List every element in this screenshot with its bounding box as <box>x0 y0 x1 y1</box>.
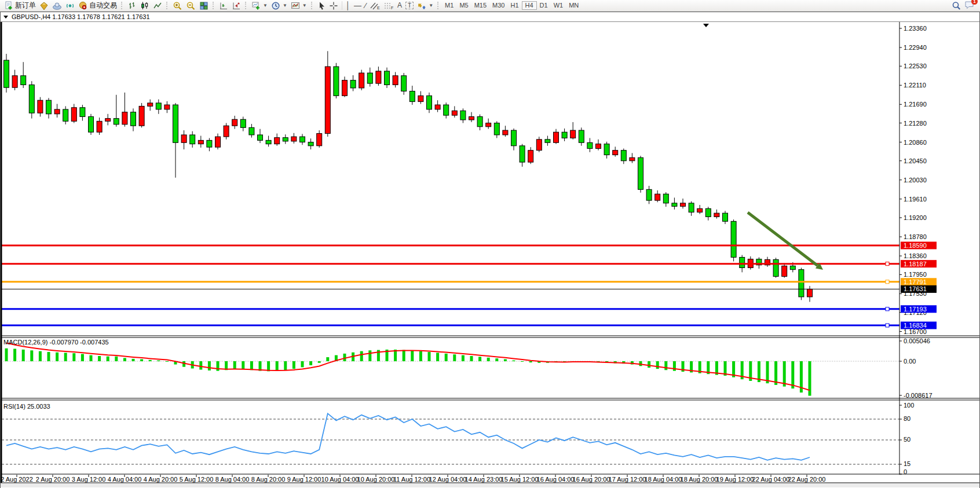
svg-text:1.17631: 1.17631 <box>904 285 927 292</box>
new-order-label: 新订单 <box>15 1 36 10</box>
auto-scroll-button[interactable] <box>230 1 243 10</box>
fibonacci-icon: F <box>383 1 394 10</box>
tab-m30[interactable]: M30 <box>489 1 507 10</box>
svg-text:1.22940: 1.22940 <box>904 44 927 51</box>
bars-chart-button[interactable] <box>126 1 138 10</box>
profile-icon <box>39 1 49 10</box>
svg-text:1.22530: 1.22530 <box>904 63 927 69</box>
chart-plot[interactable]: 1.233601.229401.225301.221101.216901.212… <box>1 22 979 487</box>
auto-trading-icon <box>78 1 87 10</box>
svg-text:2 Aug 2022: 2 Aug 2022 <box>1 476 33 483</box>
chevron-down-icon: ▼ <box>263 3 268 8</box>
svg-text:8 Aug 04:00: 8 Aug 04:00 <box>215 476 250 483</box>
svg-text:19 Aug 12:00: 19 Aug 12:00 <box>716 476 754 483</box>
svg-text:11 Aug 12:00: 11 Aug 12:00 <box>393 476 430 483</box>
auto-trading-button[interactable]: 自动交易 <box>76 1 119 10</box>
chart-window: GBPUSD-,H4 1.17633 1.17678 1.17621 1.176… <box>0 12 980 488</box>
window-menu-icon[interactable] <box>3 16 8 19</box>
arrow-shapes-dropdown[interactable]: ▼ <box>415 1 435 10</box>
chart-title: GBPUSD-,H4 1.17633 1.17678 1.17621 1.176… <box>12 13 150 20</box>
shift-chart-button[interactable] <box>217 1 230 10</box>
auto-trading-label: 自动交易 <box>89 1 117 10</box>
indicators-dropdown[interactable]: ▼ <box>289 1 309 10</box>
tab-mn[interactable]: MN <box>566 1 582 10</box>
arrow-shapes-icon <box>417 1 426 10</box>
tab-m15[interactable]: M15 <box>471 1 489 10</box>
svg-text:16 Aug 04:00: 16 Aug 04:00 <box>537 476 575 483</box>
tab-h1[interactable]: H1 <box>507 1 521 10</box>
svg-text:1.19610: 1.19610 <box>904 196 927 203</box>
svg-text:E: E <box>377 6 380 10</box>
svg-text:22 Aug 20:00: 22 Aug 20:00 <box>788 476 826 483</box>
line-chart-icon <box>153 1 162 10</box>
line-chart-button[interactable] <box>151 1 164 10</box>
svg-text:0.00: 0.00 <box>904 358 916 365</box>
svg-text:4 Aug 04:00: 4 Aug 04:00 <box>108 476 142 483</box>
text-label-button[interactable]: T <box>404 1 415 10</box>
chart-title-bar[interactable]: GBPUSD-,H4 1.17633 1.17678 1.17621 1.176… <box>1 12 979 22</box>
indicators-icon <box>291 1 300 10</box>
svg-text:10 Aug 04:00: 10 Aug 04:00 <box>321 476 359 483</box>
svg-text:4 Aug 20:00: 4 Aug 20:00 <box>144 476 178 483</box>
time-axis[interactable]: 2 Aug 20222 Aug 20:003 Aug 12:004 Aug 04… <box>1 475 825 483</box>
svg-text:0: 0 <box>904 468 907 475</box>
fibonacci-button[interactable]: F <box>382 1 396 10</box>
period-dropdown[interactable]: ▼ <box>269 1 289 10</box>
search-icon[interactable] <box>952 1 961 10</box>
signal-icon <box>65 1 75 10</box>
publish-cloud-icon <box>52 1 62 10</box>
tab-d1[interactable]: D1 <box>537 1 551 10</box>
toolbar-grip <box>166 2 169 9</box>
signal-button[interactable] <box>64 1 76 10</box>
toolbar-grip <box>245 2 247 9</box>
publish-button[interactable] <box>50 1 64 10</box>
toolbar-grip <box>311 2 313 9</box>
svg-text:14 Aug 23:00: 14 Aug 23:00 <box>465 476 503 483</box>
crosshair-icon <box>329 1 338 10</box>
chat-button[interactable]: 1 <box>964 1 974 11</box>
toolbar-grip <box>213 2 215 9</box>
vertical-line-button[interactable]: │ <box>344 1 352 10</box>
chevron-down-icon: ▼ <box>429 3 433 8</box>
new-order-icon <box>4 1 13 10</box>
toolbar-grip <box>121 2 123 9</box>
tab-m1[interactable]: M1 <box>442 1 456 10</box>
svg-text:1.19200: 1.19200 <box>904 214 927 221</box>
svg-text:F: F <box>391 6 393 10</box>
toolbar: 新订单 自动交易 ▼ ▼ <box>0 0 980 12</box>
tab-m5[interactable]: M5 <box>456 1 471 10</box>
toolbar-grip <box>437 2 440 9</box>
svg-text:5 Aug 12:00: 5 Aug 12:00 <box>180 476 214 483</box>
text-label-icon: T <box>405 2 414 9</box>
hline-handle[interactable] <box>886 324 889 327</box>
candlestick-chart-icon <box>140 1 149 10</box>
tile-windows-button[interactable] <box>198 1 210 10</box>
clock-icon <box>271 1 280 10</box>
crosshair-button[interactable] <box>327 1 340 10</box>
zoom-in-button[interactable] <box>171 1 184 10</box>
new-order-button[interactable]: 新订单 <box>2 1 38 10</box>
hline-handle[interactable] <box>886 280 889 284</box>
tab-w1[interactable]: W1 <box>551 1 566 10</box>
horizontal-line-button[interactable]: — <box>352 1 363 10</box>
equidistant-channel-button[interactable]: E <box>368 1 382 10</box>
text-button[interactable]: A <box>396 1 404 10</box>
hline-handle[interactable] <box>886 262 889 266</box>
trendline-button[interactable]: ∕ <box>363 1 368 10</box>
zoom-out-icon <box>186 1 196 10</box>
toolbar-separator <box>342 1 342 10</box>
hline-handle[interactable] <box>886 307 889 311</box>
chevron-down-icon: ▼ <box>283 3 287 8</box>
svg-text:1.17791: 1.17791 <box>904 278 927 285</box>
new-chart-dropdown[interactable]: ▼ <box>250 1 269 10</box>
candlestick-chart-button[interactable] <box>138 1 151 10</box>
svg-text:9 Aug 12:00: 9 Aug 12:00 <box>287 476 321 483</box>
zoom-in-icon <box>173 1 182 10</box>
zoom-out-button[interactable] <box>184 1 198 10</box>
svg-text:1.20450: 1.20450 <box>904 157 927 164</box>
profile-button[interactable] <box>38 1 50 10</box>
svg-text:1.17950: 1.17950 <box>904 271 927 278</box>
svg-text:8 Aug 20:00: 8 Aug 20:00 <box>251 476 286 483</box>
cursor-button[interactable] <box>316 1 327 10</box>
tab-h4[interactable]: H4 <box>522 1 537 10</box>
